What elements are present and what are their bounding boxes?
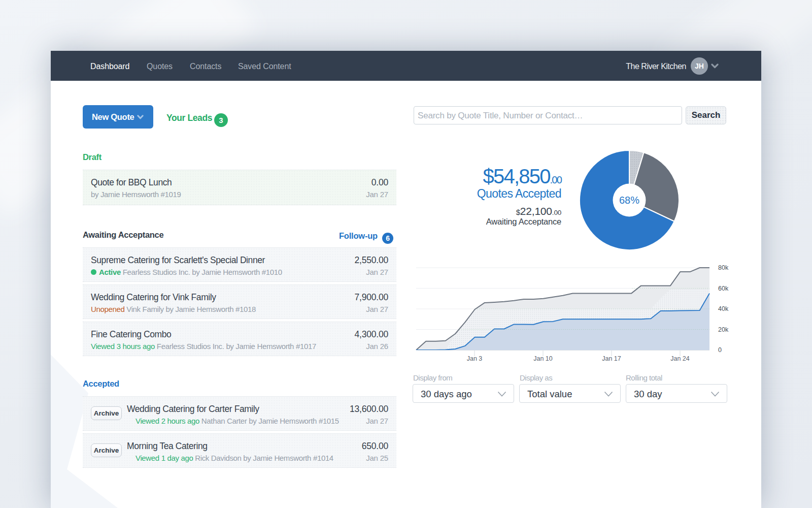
svg-text:Jan 3: Jan 3 xyxy=(467,355,483,362)
svg-text:Jan 24: Jan 24 xyxy=(670,355,690,362)
svg-text:20k: 20k xyxy=(718,326,729,333)
svg-text:Jan 10: Jan 10 xyxy=(533,355,553,362)
svg-text:80k: 80k xyxy=(718,264,729,271)
svg-text:60k: 60k xyxy=(718,285,729,292)
svg-text:40k: 40k xyxy=(718,305,729,312)
svg-text:68%: 68% xyxy=(619,195,639,206)
svg-text:Jan 17: Jan 17 xyxy=(602,355,621,362)
svg-text:0: 0 xyxy=(718,346,722,354)
